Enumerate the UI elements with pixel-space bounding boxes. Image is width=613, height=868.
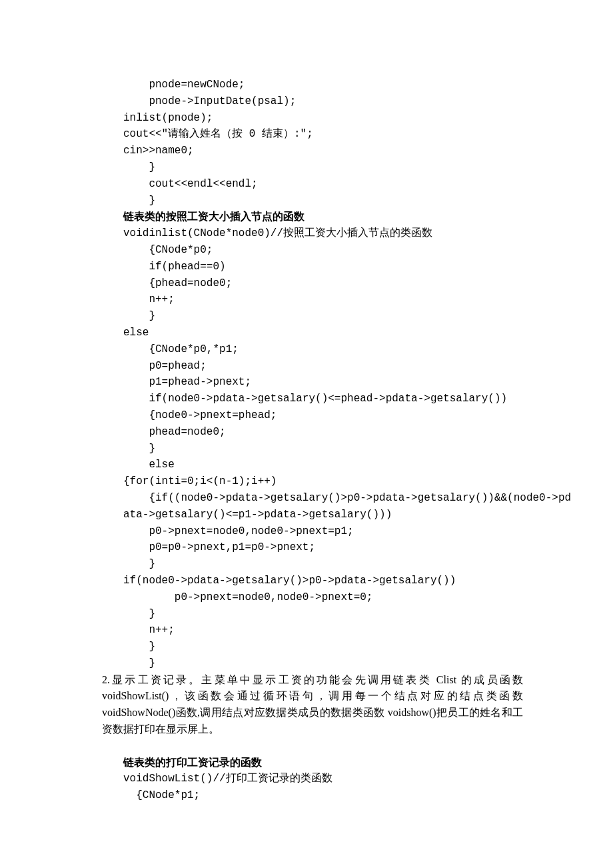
code-line: pnode=newCNode; [123, 77, 523, 93]
code-line: } [123, 556, 523, 573]
section-heading-inlist: 链表类的按照工资大小插入节点的函数 [123, 209, 523, 225]
code-line: p1=phead->pnext; [123, 374, 523, 391]
code-line: } [123, 655, 523, 672]
code-line: {CNode*p0,*p1; [123, 341, 523, 358]
code-line: {for(inti=0;i<(n-1);i++) [123, 473, 523, 490]
code-line: } [123, 606, 523, 623]
code-line: voidinlist(CNode*node0)//按照工资大小插入节点的类函数 [123, 225, 523, 242]
code-line: if(phead==0) [123, 259, 523, 275]
code-line: } [123, 639, 523, 655]
blank-line [123, 738, 523, 755]
code-block-2: voidinlist(CNode*node0)//按照工资大小插入节点的类函数 … [123, 225, 523, 672]
code-line: } [123, 441, 523, 457]
code-line: cin>>name0; [123, 143, 523, 159]
code-line: } [123, 308, 523, 325]
code-line: n++; [123, 622, 523, 639]
document-page: pnode=newCNode; pnode->InputDate(psal); … [0, 0, 613, 868]
paragraph-show-list-description: 2.显示工资记录。主菜单中显示工资的功能会先调用链表类 Clist 的成员函数 … [102, 672, 523, 738]
code-line: voidShowList()//打印工资记录的类函数 [123, 771, 523, 787]
code-line: else [123, 325, 523, 341]
code-line: phead=node0; [123, 424, 523, 441]
code-line: p0->pnext=node0,node0->pnext=0; [123, 589, 523, 606]
code-line: ata->getsalary()<=p1->pdata->getsalary()… [123, 507, 523, 523]
code-line: {CNode*p0; [123, 242, 523, 259]
code-line: p0=p0->pnext,p1=p0->pnext; [123, 539, 523, 556]
code-block-3: voidShowList()//打印工资记录的类函数 {CNode*p1; [123, 771, 523, 804]
code-line: {phead=node0; [123, 275, 523, 292]
code-line: cout<<endl<<endl; [123, 176, 523, 193]
code-line: } [123, 193, 523, 209]
code-line: {node0->pnext=phead; [123, 407, 523, 424]
code-line: {CNode*p1; [123, 787, 523, 804]
code-line: p0->pnext=node0,node0->pnext=p1; [123, 523, 523, 540]
code-line: p0=phead; [123, 358, 523, 375]
code-line: pnode->InputDate(psal); [123, 93, 523, 110]
code-line: cout<<"请输入姓名（按 0 结束）:"; [123, 126, 523, 143]
code-line: {if((node0->pdata->getsalary()>p0->pdata… [123, 490, 523, 507]
section-heading-showlist: 链表类的打印工资记录的函数 [123, 755, 523, 771]
code-line: inlist(pnode); [123, 110, 523, 127]
code-line: n++; [123, 291, 523, 308]
code-line: if(node0->pdata->getsalary()>p0->pdata->… [123, 573, 523, 589]
code-block-1: pnode=newCNode; pnode->InputDate(psal); … [123, 77, 523, 209]
code-line: if(node0->pdata->getsalary()<=phead->pda… [123, 391, 523, 407]
code-line: else [123, 457, 523, 473]
code-line: } [123, 159, 523, 176]
